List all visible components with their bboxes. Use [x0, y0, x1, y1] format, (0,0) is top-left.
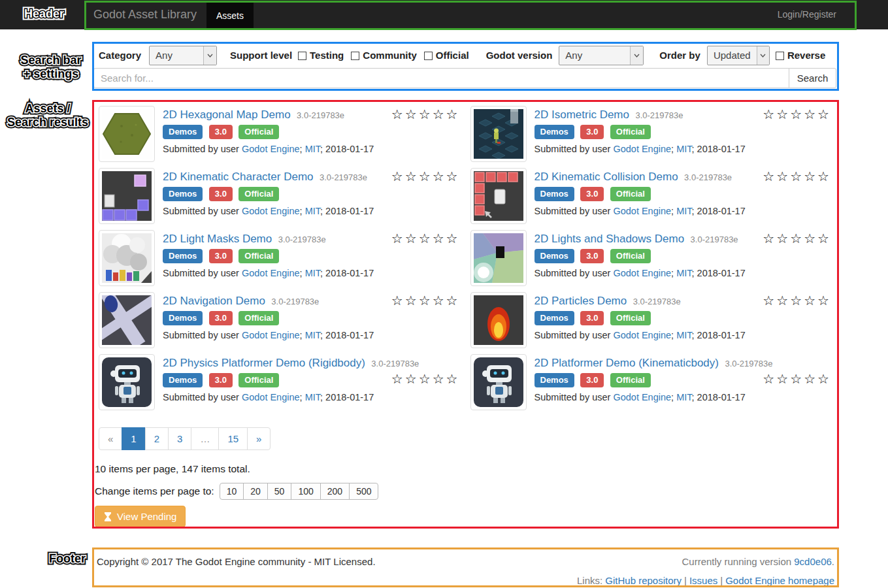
- pagination-page-15[interactable]: 15: [218, 427, 248, 450]
- per-page-50-button[interactable]: 50: [267, 483, 292, 500]
- pagination-next[interactable]: »: [247, 427, 271, 450]
- asset-thumbnail[interactable]: [99, 230, 155, 286]
- license-link[interactable]: MIT: [305, 206, 320, 216]
- asset-title-link[interactable]: 2D Platformer Demo (Kinematicbody): [534, 357, 719, 369]
- asset-thumbnail[interactable]: [470, 168, 527, 224]
- pagination-prev[interactable]: «: [99, 427, 122, 450]
- asset-badges: Demos 3.0 Official: [163, 249, 460, 263]
- official-checkbox[interactable]: [424, 52, 433, 60]
- asset-thumbnail[interactable]: [470, 106, 527, 162]
- per-page-200-button[interactable]: 200: [320, 483, 350, 500]
- asset-title-link[interactable]: 2D Isometric Demo: [534, 108, 629, 121]
- rating-stars: ☆☆☆☆☆: [763, 169, 831, 185]
- asset-thumbnail[interactable]: [99, 168, 155, 224]
- community-checkbox[interactable]: [351, 52, 359, 60]
- license-link[interactable]: MIT: [676, 392, 691, 402]
- pagination-page-2[interactable]: 2: [145, 427, 169, 450]
- view-pending-button[interactable]: View Pending: [95, 506, 186, 527]
- asset-thumbnail[interactable]: [99, 106, 155, 162]
- asset-title-link[interactable]: 2D Physics Platformer Demo (Rigidbody): [163, 357, 365, 369]
- per-page-20-button[interactable]: 20: [243, 483, 268, 500]
- badge-category[interactable]: Demos: [163, 311, 203, 325]
- badge-category[interactable]: Demos: [163, 249, 203, 263]
- per-page-10-button[interactable]: 10: [220, 483, 244, 500]
- badge-category[interactable]: Demos: [534, 373, 574, 387]
- issues-link[interactable]: Issues: [689, 575, 717, 586]
- author-link[interactable]: Godot Engine: [613, 206, 671, 216]
- asset-title-link[interactable]: 2D Particles Demo: [534, 295, 627, 307]
- godot-homepage-link[interactable]: Godot Engine homepage: [725, 575, 834, 586]
- author-link[interactable]: Godot Engine: [242, 392, 300, 402]
- badge-category[interactable]: Demos: [163, 187, 203, 201]
- asset-thumbnail[interactable]: [99, 292, 155, 348]
- asset-thumbnail[interactable]: [470, 292, 527, 348]
- license-link[interactable]: MIT: [676, 268, 691, 278]
- asset-submitted-line: Submitted by user Godot Engine; MIT; 201…: [163, 206, 460, 216]
- asset-info: 2D Kinematic Collision Demo 3.0-219783e …: [534, 168, 832, 224]
- pagination-page-3[interactable]: 3: [168, 427, 191, 450]
- asset-title-link[interactable]: 2D Light Masks Demo: [163, 233, 272, 245]
- license-link[interactable]: MIT: [305, 392, 320, 402]
- assets-results-section: 2D Hexagonal Map Demo 3.0-219783e ☆☆☆☆☆ …: [93, 101, 836, 527]
- per-page-500-button[interactable]: 500: [349, 483, 378, 500]
- asset-thumbnail[interactable]: [470, 354, 527, 410]
- running-version-link[interactable]: 9cd0e06: [794, 556, 832, 567]
- github-repository-link[interactable]: GitHub repository: [605, 575, 682, 586]
- rating-stars: ☆☆☆☆☆: [391, 231, 460, 247]
- author-link[interactable]: Godot Engine: [242, 330, 300, 340]
- asset-submitted-line: Submitted by user Godot Engine; MIT; 201…: [163, 144, 460, 154]
- badge-support-level: Official: [238, 311, 279, 325]
- order-by-select[interactable]: Updated: [707, 46, 770, 65]
- author-link[interactable]: Godot Engine: [613, 144, 671, 154]
- asset-card: 2D Lights and Shadows Demo 3.0-219783e ☆…: [470, 230, 832, 286]
- search-input[interactable]: [93, 68, 789, 88]
- badge-category[interactable]: Demos: [534, 249, 574, 263]
- license-link[interactable]: MIT: [676, 206, 691, 216]
- godot-version-select[interactable]: Any: [559, 46, 644, 65]
- license-link[interactable]: MIT: [676, 330, 691, 340]
- asset-title-link[interactable]: 2D Lights and Shadows Demo: [534, 233, 685, 245]
- badge-category[interactable]: Demos: [534, 311, 574, 325]
- asset-title-link[interactable]: 2D Kinematic Collision Demo: [534, 171, 678, 183]
- badge-support-level: Official: [238, 125, 279, 139]
- author-link[interactable]: Godot Engine: [242, 268, 300, 278]
- login-register-link[interactable]: Login/Register: [778, 0, 836, 29]
- badge-category[interactable]: Demos: [534, 187, 574, 201]
- license-link[interactable]: MIT: [676, 144, 691, 154]
- search-settings-row: Category Any Support level Testing Commu…: [93, 43, 836, 67]
- submitted-prefix: Submitted by user: [163, 392, 239, 402]
- asset-info: 2D Light Masks Demo 3.0-219783e ☆☆☆☆☆ De…: [163, 230, 460, 286]
- per-page-100-button[interactable]: 100: [291, 483, 320, 500]
- license-link[interactable]: MIT: [305, 268, 320, 278]
- asset-title-link[interactable]: 2D Kinematic Character Demo: [163, 171, 314, 183]
- author-link[interactable]: Godot Engine: [242, 144, 300, 154]
- asset-title-link[interactable]: 2D Navigation Demo: [163, 295, 265, 307]
- search-button[interactable]: Search: [789, 68, 836, 88]
- thumbnail-navigation-image: [102, 295, 152, 345]
- badge-category[interactable]: Demos: [163, 373, 203, 387]
- asset-date: 2018-01-17: [697, 206, 746, 216]
- category-select[interactable]: Any: [149, 46, 217, 65]
- author-link[interactable]: Godot Engine: [613, 392, 671, 402]
- badge-godot-version: 3.0: [580, 125, 604, 139]
- community-checkbox-label: Community: [363, 50, 417, 61]
- asset-title-link[interactable]: 2D Hexagonal Map Demo: [163, 108, 291, 121]
- license-link[interactable]: MIT: [305, 330, 320, 340]
- reverse-checkbox[interactable]: [776, 52, 784, 60]
- badge-category[interactable]: Demos: [534, 125, 574, 139]
- rating-stars: ☆☆☆☆☆: [763, 231, 831, 247]
- tab-assets[interactable]: Assets: [206, 3, 254, 29]
- author-link[interactable]: Godot Engine: [613, 330, 671, 340]
- testing-checkbox[interactable]: [298, 52, 306, 60]
- author-link[interactable]: Godot Engine: [242, 206, 300, 216]
- asset-version: 3.0-219783e: [271, 297, 319, 306]
- asset-thumbnail[interactable]: [470, 230, 527, 286]
- asset-thumbnail[interactable]: [99, 354, 155, 410]
- license-link[interactable]: MIT: [305, 144, 320, 154]
- badge-category[interactable]: Demos: [163, 125, 203, 139]
- separator: ;: [320, 392, 323, 402]
- author-link[interactable]: Godot Engine: [613, 268, 671, 278]
- asset-card: 2D Hexagonal Map Demo 3.0-219783e ☆☆☆☆☆ …: [99, 106, 460, 162]
- brand-link[interactable]: Godot Asset Library: [93, 0, 197, 29]
- pagination-page-1[interactable]: 1: [122, 427, 145, 450]
